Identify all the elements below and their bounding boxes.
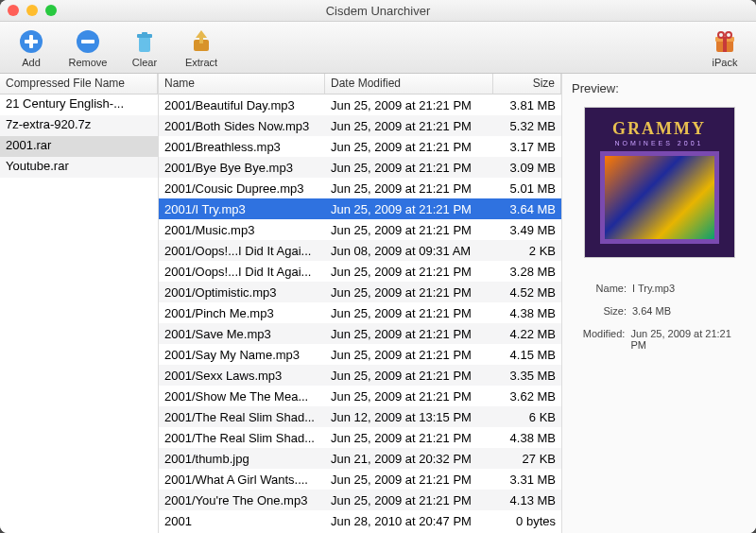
cell-date: Jun 25, 2009 at 21:21 PM <box>325 387 493 405</box>
add-icon <box>18 28 44 55</box>
preview-mod-label: Modified: <box>572 328 625 351</box>
cell-size: 4.22 MB <box>493 325 561 343</box>
cover-title: GRAMMY <box>585 119 734 139</box>
cell-date: Jun 25, 2009 at 21:21 PM <box>325 367 493 385</box>
clear-label: Clear <box>132 57 157 68</box>
archive-row[interactable]: Youtube.rar <box>0 157 158 178</box>
cover-art <box>600 151 719 244</box>
file-row[interactable]: 2001/What A Girl Wants....Jun 25, 2009 a… <box>159 469 561 490</box>
cell-name: 2001/Cousic Dupree.mp3 <box>159 180 325 198</box>
archive-row[interactable]: 21 Century English-... <box>0 95 158 115</box>
cell-size: 3.17 MB <box>493 138 561 156</box>
toolbar: Add Remove Clear Extract iPack <box>0 22 756 74</box>
remove-button[interactable]: Remove <box>66 28 110 68</box>
cell-size: 4.13 MB <box>493 491 561 509</box>
preview-size-value: 3.64 MB <box>632 305 671 317</box>
file-row[interactable]: 2001/Show Me The Mea...Jun 25, 2009 at 2… <box>159 386 561 406</box>
preview-name-label: Name: <box>572 283 627 294</box>
file-row[interactable]: 2001/The Real Slim Shad...Jun 25, 2009 a… <box>159 427 561 448</box>
preview-thumbnail: GRAMMY NOMINEES 2001 <box>584 107 735 258</box>
cell-name: 2001/Oops!...I Did It Agai... <box>159 242 325 260</box>
remove-label: Remove <box>69 57 108 68</box>
svg-rect-10 <box>199 36 203 43</box>
col-arch-name[interactable]: Compressed File Name <box>0 74 158 94</box>
cell-name: 2001/The Real Slim Shad... <box>159 429 325 447</box>
file-row[interactable]: 2001/Beautiful Day.mp3Jun 25, 2009 at 21… <box>159 95 561 115</box>
file-row[interactable]: 2001/Sexx Laws.mp3Jun 25, 2009 at 21:21 … <box>159 365 561 386</box>
cell-name: 2001/Music.mp3 <box>159 221 325 239</box>
cell-name: 2001/Save Me.mp3 <box>159 325 325 343</box>
file-row[interactable]: 2001/Optimistic.mp3Jun 25, 2009 at 21:21… <box>159 282 561 302</box>
cell-date: Jun 08, 2009 at 09:31 AM <box>325 242 493 260</box>
cell-date: Jun 25, 2009 at 21:21 PM <box>325 491 493 509</box>
file-row[interactable]: 2001/Both Sides Now.mp3Jun 25, 2009 at 2… <box>159 115 561 136</box>
cell-size: 3.62 MB <box>493 387 561 405</box>
svg-rect-5 <box>139 37 150 52</box>
preview-heading: Preview: <box>572 81 747 95</box>
svg-rect-7 <box>142 32 147 35</box>
cell-name: 2001/Pinch Me.mp3 <box>159 304 325 322</box>
col-name[interactable]: Name <box>159 74 325 94</box>
window-title: Cisdem Unarchiver <box>0 4 756 18</box>
extract-button[interactable]: Extract <box>180 28 223 68</box>
extract-icon <box>188 28 215 55</box>
extract-label: Extract <box>185 57 217 68</box>
file-row[interactable]: 2001/You're The One.mp3Jun 25, 2009 at 2… <box>159 490 561 510</box>
file-row[interactable]: 2001/Pinch Me.mp3Jun 25, 2009 at 21:21 P… <box>159 302 561 323</box>
cell-date: Jun 25, 2009 at 21:21 PM <box>325 138 493 156</box>
cell-name: 2001/Breathless.mp3 <box>159 138 325 156</box>
cell-size: 5.01 MB <box>493 180 561 198</box>
file-row[interactable]: 2001Jun 28, 2010 at 20:47 PM0 bytes <box>159 510 561 531</box>
file-row[interactable]: 2001/Music.mp3Jun 25, 2009 at 21:21 PM3.… <box>159 219 561 240</box>
svg-point-15 <box>726 32 731 38</box>
file-row[interactable]: 2001/Oops!...I Did It Agai...Jun 08, 200… <box>159 240 561 261</box>
cell-name: 2001/The Real Slim Shad... <box>159 408 325 426</box>
archive-row[interactable]: 2001.rar <box>0 136 158 157</box>
file-row[interactable]: 2001/Oops!...I Did It Agai...Jun 25, 200… <box>159 261 561 282</box>
archive-header[interactable]: Compressed File Name <box>0 74 158 95</box>
file-row[interactable]: 2001/Cousic Dupree.mp3Jun 25, 2009 at 21… <box>159 178 561 198</box>
col-date[interactable]: Date Modified <box>325 74 493 94</box>
preview-name-row: Name: I Try.mp3 <box>572 283 747 294</box>
cell-date: Jun 21, 2009 at 20:32 PM <box>325 450 493 468</box>
file-row[interactable]: 2001/I Try.mp3Jun 25, 2009 at 21:21 PM3.… <box>159 198 561 219</box>
cell-date: Jun 25, 2009 at 21:21 PM <box>325 117 493 135</box>
add-label: Add <box>22 57 41 68</box>
preview-size-row: Size: 3.64 MB <box>572 305 747 317</box>
add-button[interactable]: Add <box>9 28 53 68</box>
cell-size: 4.52 MB <box>493 284 561 301</box>
ipack-label: iPack <box>713 57 738 68</box>
archive-list: Compressed File Name 21 Century English-… <box>0 74 159 533</box>
content-area: Compressed File Name 21 Century English-… <box>0 74 756 533</box>
cell-date: Jun 12, 2009 at 13:15 PM <box>325 408 493 426</box>
archive-row[interactable]: 7z-extra-920.7z <box>0 115 158 136</box>
archive-rows: 21 Century English-...7z-extra-920.7z200… <box>0 95 158 533</box>
preview-name-value: I Try.mp3 <box>632 283 675 294</box>
svg-rect-2 <box>25 40 38 43</box>
file-row[interactable]: 2001/Bye Bye Bye.mp3Jun 25, 2009 at 21:2… <box>159 157 561 178</box>
cell-name: 2001/thumb.jpg <box>159 450 325 468</box>
col-size[interactable]: Size <box>493 74 561 94</box>
cell-name: 2001/Oops!...I Did It Agai... <box>159 263 325 281</box>
cell-name: 2001 <box>159 512 325 530</box>
cell-name: 2001/Beautiful Day.mp3 <box>159 96 325 114</box>
cell-date: Jun 25, 2009 at 21:21 PM <box>325 284 493 301</box>
cell-date: Jun 25, 2009 at 21:21 PM <box>325 471 493 489</box>
cell-size: 3.64 MB <box>493 200 561 218</box>
file-row[interactable]: 2001/thumb.jpgJun 21, 2009 at 20:32 PM27… <box>159 448 561 469</box>
file-row[interactable]: 2001/Breathless.mp3Jun 25, 2009 at 21:21… <box>159 136 561 157</box>
trash-icon <box>131 28 158 55</box>
svg-rect-4 <box>81 40 94 43</box>
file-row[interactable]: 2001/Say My Name.mp3Jun 25, 2009 at 21:2… <box>159 344 561 365</box>
cell-date: Jun 25, 2009 at 21:21 PM <box>325 180 493 198</box>
titlebar: Cisdem Unarchiver <box>0 0 756 22</box>
cell-size: 4.15 MB <box>493 346 561 364</box>
cell-name: 2001/Show Me The Mea... <box>159 387 325 405</box>
ipack-button[interactable]: iPack <box>703 28 747 68</box>
cell-date: Jun 25, 2009 at 21:21 PM <box>325 263 493 281</box>
file-row[interactable]: 2001/The Real Slim Shad...Jun 12, 2009 a… <box>159 406 561 427</box>
cell-size: 4.38 MB <box>493 304 561 322</box>
clear-button[interactable]: Clear <box>123 28 166 68</box>
cell-size: 3.31 MB <box>493 471 561 489</box>
file-row[interactable]: 2001/Save Me.mp3Jun 25, 2009 at 21:21 PM… <box>159 323 561 344</box>
